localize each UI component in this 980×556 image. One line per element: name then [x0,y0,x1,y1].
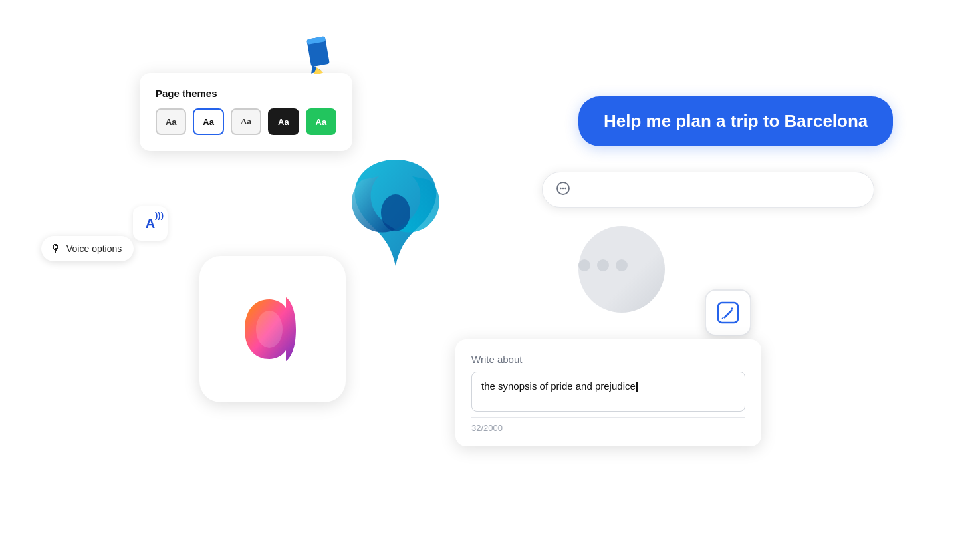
theme-btn-normal[interactable]: Aa [156,108,186,135]
voice-sound-icon: ))) [155,210,164,220]
themes-card: Page themes Aa Aa Aa Aa Aa [140,73,352,151]
svg-point-9 [564,187,566,188]
dot-1 [578,259,590,271]
voice-letter-text: A [146,216,155,231]
write-label: Write about [471,354,745,365]
voice-options-label: Voice options [66,243,122,254]
pencil-icon [303,32,337,74]
barcelona-bubble: Help me plan a trip to Barcelona [578,96,893,146]
themes-title: Page themes [156,88,336,99]
edit-icon-button[interactable] [705,289,751,336]
write-input-area[interactable]: the synopsis of pride and prejudice [471,372,745,412]
voice-letter-badge: A ))) [133,206,168,241]
voice-options-panel[interactable]: 🎙 Voice options [41,236,134,261]
chat-bubble-icon [556,181,570,199]
dot-3 [616,259,628,271]
write-about-card: Write about the synopsis of pride and pr… [455,339,761,446]
theme-btn-green[interactable]: Aa [306,108,336,135]
barcelona-text: Help me plan a trip to Barcelona [604,111,868,131]
copilot-logo [326,146,465,279]
svg-point-7 [560,187,561,188]
voice-mic-icon: 🎙 [51,243,61,255]
svg-point-5 [256,311,283,348]
dot-2 [597,259,609,271]
app-icon-card [199,256,346,402]
chat-search-bar[interactable] [542,172,874,208]
write-cursor [636,382,638,392]
svg-point-4 [381,194,410,231]
write-count: 32/2000 [471,417,745,433]
write-input-text: the synopsis of pride and prejudice [481,380,636,392]
themes-row: Aa Aa Aa Aa Aa [156,108,336,135]
svg-line-11 [722,317,723,319]
theme-btn-dark[interactable]: Aa [268,108,299,135]
theme-btn-serif[interactable]: Aa [231,108,261,135]
thinking-dots [578,259,628,271]
svg-point-8 [562,187,564,188]
theme-btn-selected[interactable]: Aa [193,108,223,135]
